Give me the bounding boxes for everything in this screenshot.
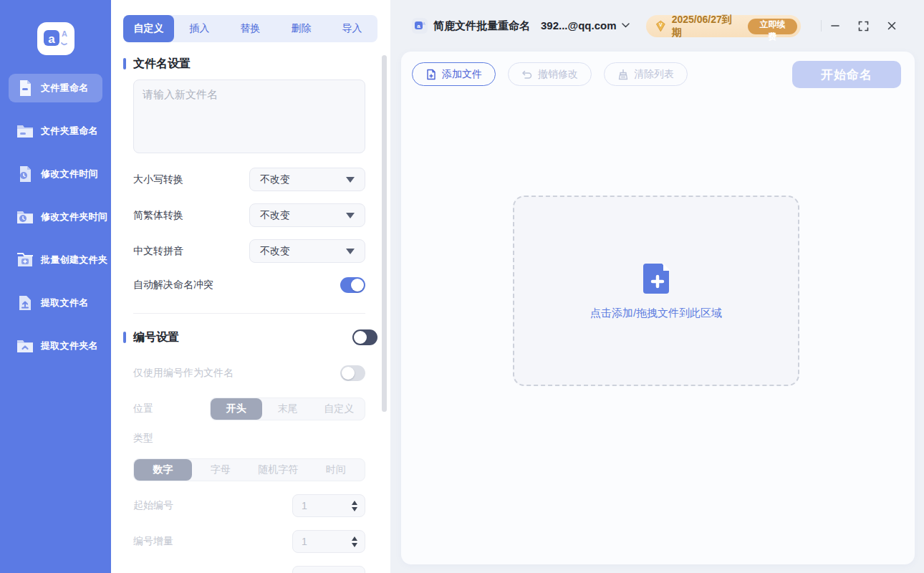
- case-convert-select[interactable]: 不改变: [249, 168, 365, 191]
- sidebar-item-file-extract[interactable]: 提取文件名: [9, 289, 102, 317]
- next-stepper-partial[interactable]: [292, 566, 365, 573]
- dropzone-hint: 点击添加/拖拽文件到此区域: [590, 307, 722, 320]
- increment-stepper[interactable]: 1: [292, 530, 365, 553]
- conflict-label: 自动解决命名冲突: [133, 279, 213, 292]
- stepper-arrows-icon[interactable]: [352, 501, 357, 511]
- only-number-row: 仅使用编号作为文件名: [133, 365, 365, 382]
- start-rename-button[interactable]: 开始命名: [792, 61, 901, 88]
- sidebar-item-folder-time[interactable]: 修改文件夹时间: [9, 203, 102, 231]
- app-logo-icon: a A: [42, 27, 69, 50]
- section-accent-bar: [123, 332, 126, 343]
- conflict-toggle[interactable]: [340, 277, 365, 293]
- section-title: 编号设置: [133, 330, 179, 345]
- type-option-time[interactable]: 时间: [307, 459, 365, 481]
- clear-list-button[interactable]: 清除列表: [604, 62, 688, 86]
- tab-import[interactable]: 导入: [327, 15, 377, 42]
- case-convert-row: 大小写转换 不改变: [133, 168, 365, 191]
- svg-text:V: V: [659, 22, 663, 27]
- position-row: 位置 开头 末尾 自定义: [133, 398, 365, 420]
- sidebar-item-label: 修改文件时间: [41, 168, 98, 180]
- type-option-random[interactable]: 随机字符: [249, 459, 307, 481]
- caret-down-icon: [346, 249, 355, 254]
- increment-row: 编号增量 1: [133, 530, 365, 553]
- sidebar-item-file-time[interactable]: 修改文件时间: [9, 160, 102, 188]
- sidebar-item-label: 提取文件夹名: [41, 340, 98, 352]
- stepper-arrows-icon[interactable]: [352, 536, 357, 547]
- folder-create-icon: [16, 251, 34, 269]
- app-titlebar-icon: a A: [412, 18, 428, 34]
- sidebar-item-label: 修改文件夹时间: [41, 211, 107, 223]
- position-option-end[interactable]: 末尾: [262, 398, 314, 420]
- file-time-icon: [16, 165, 34, 183]
- titlebar-divider: [821, 20, 822, 32]
- case-convert-label: 大小写转换: [133, 173, 183, 186]
- minimize-button[interactable]: [828, 19, 842, 33]
- renew-button[interactable]: 立即续费: [748, 19, 797, 34]
- account-menu[interactable]: 392...@qq.com: [541, 19, 630, 32]
- undo-button[interactable]: 撤销修改: [508, 62, 592, 86]
- pinyin-select[interactable]: 不改变: [249, 239, 365, 263]
- sidebar-item-label: 文件夹重命名: [41, 125, 98, 138]
- sidebar-nav: 文件重命名 文件夹重命名 修改文件时间: [0, 74, 111, 375]
- mode-tabs: 自定义 插入 替换 删除 导入: [123, 15, 377, 42]
- sidebar-item-file-rename[interactable]: 文件重命名: [9, 74, 102, 102]
- new-filename-input[interactable]: [133, 80, 365, 153]
- sidebar-item-folder-extract[interactable]: 提取文件夹名: [9, 332, 102, 360]
- main-area: a A 简鹿文件批量重命名 392...@qq.com V 2025/06/27…: [390, 0, 924, 573]
- position-label: 位置: [133, 403, 153, 415]
- file-rename-icon: [16, 79, 34, 97]
- sidebar-item-label: 批量创建文件夹: [41, 254, 107, 266]
- type-label-row: 类型: [133, 431, 365, 446]
- start-number-stepper[interactable]: 1: [292, 494, 365, 517]
- only-number-toggle[interactable]: [340, 365, 365, 381]
- toolbar: 添加文件 撤销修改 清除列表: [412, 62, 688, 86]
- pinyin-row: 中文转拼音 不改变: [133, 239, 365, 263]
- button-label: 清除列表: [634, 68, 674, 81]
- type-label: 类型: [133, 432, 153, 445]
- numbering-toggle[interactable]: [352, 329, 377, 345]
- svg-text:a: a: [48, 32, 55, 46]
- close-button[interactable]: [885, 19, 899, 33]
- svg-text:A: A: [62, 29, 67, 38]
- sidebar-item-folder-rename[interactable]: 文件夹重命名: [9, 117, 102, 145]
- tab-insert[interactable]: 插入: [174, 15, 225, 42]
- sidebar-item-folder-create[interactable]: 批量创建文件夹: [9, 246, 102, 274]
- start-number-label: 起始编号: [133, 499, 173, 512]
- panel-scrollbar[interactable]: [382, 55, 387, 412]
- tab-replace[interactable]: 替换: [225, 15, 276, 42]
- settings-panel: 自定义 插入 替换 删除 导入 文件名设置 大小写转换 不改变 简繁体转换 不改…: [111, 0, 390, 573]
- simplified-traditional-select[interactable]: 不改变: [249, 203, 365, 227]
- type-option-letter[interactable]: 字母: [192, 459, 250, 481]
- titlebar: a A 简鹿文件批量重命名 392...@qq.com V 2025/06/27…: [390, 0, 924, 52]
- add-files-button[interactable]: 添加文件: [412, 62, 496, 86]
- folder-rename-icon: [16, 122, 34, 140]
- select-value: 不改变: [260, 173, 290, 186]
- position-option-start[interactable]: 开头: [211, 398, 262, 420]
- type-segmented: 数字 字母 随机字符 时间: [133, 458, 365, 481]
- type-option-number[interactable]: 数字: [134, 459, 192, 481]
- caret-down-icon: [346, 213, 355, 218]
- caret-down-icon: [346, 177, 355, 183]
- filename-section-header: 文件名设置: [123, 57, 191, 71]
- simplified-traditional-label: 简繁体转换: [133, 209, 183, 222]
- maximize-button[interactable]: [856, 19, 870, 33]
- sidebar-item-label: 文件重命名: [41, 82, 89, 95]
- only-number-label: 仅使用编号作为文件名: [133, 367, 234, 380]
- stepper-value: 1: [302, 500, 307, 511]
- tab-custom[interactable]: 自定义: [123, 15, 174, 42]
- folder-time-icon: [16, 208, 34, 226]
- tab-delete[interactable]: 删除: [276, 15, 327, 42]
- file-plus-icon: [640, 262, 673, 295]
- button-label: 添加文件: [442, 68, 482, 81]
- vip-icon: V: [655, 20, 667, 32]
- select-value: 不改变: [260, 245, 290, 258]
- numbering-section-header: 编号设置: [123, 330, 377, 345]
- file-dropzone[interactable]: 点击添加/拖拽文件到此区域: [513, 196, 799, 386]
- add-file-icon: [425, 69, 437, 80]
- expiry-date: 2025/06/27到期: [672, 14, 741, 39]
- app-window: a A 文件重命名 文件夹重命名: [0, 0, 924, 573]
- section-accent-bar: [123, 58, 126, 69]
- position-option-custom[interactable]: 自定义: [313, 398, 365, 420]
- license-badge[interactable]: V 2025/06/27到期 立即续费: [646, 15, 801, 37]
- select-value: 不改变: [260, 209, 290, 222]
